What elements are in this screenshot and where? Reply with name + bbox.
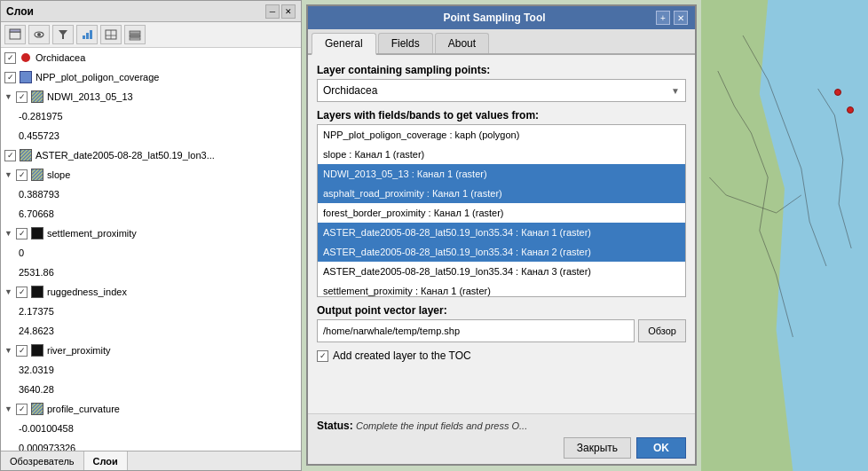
layer-btn[interactable]: [124, 25, 146, 44]
list-item: 6.70668: [1, 204, 301, 224]
list-item: 24.8623: [1, 321, 301, 341]
list-item: 0.388793: [1, 184, 301, 204]
map-btn[interactable]: [100, 25, 122, 44]
layer-checkbox[interactable]: [16, 169, 28, 181]
layer-value: 32.0319: [19, 362, 54, 378]
list-item: 0: [1, 243, 301, 263]
list-item[interactable]: ▼ ruggedness_index: [1, 282, 301, 302]
svg-rect-1: [10, 29, 20, 32]
layer-checkbox[interactable]: [16, 345, 28, 357]
list-item: 2.17375: [1, 302, 301, 321]
fields-layer-section: Layers with fields/bands to get values f…: [317, 109, 686, 297]
svg-rect-5: [83, 35, 85, 39]
output-path-input[interactable]: [317, 319, 635, 342]
browse-button[interactable]: Обзор: [638, 319, 686, 342]
svg-rect-0: [10, 32, 20, 39]
list-item[interactable]: slope : Канал 1 (raster): [318, 145, 685, 164]
list-item[interactable]: NDWI_2013_05_13 : Канал 1 (raster): [318, 164, 685, 184]
list-item[interactable]: ASTER_date2005-08-28_lat50.19_lon35.34 :…: [318, 242, 685, 262]
list-item[interactable]: NPP_plot_poligon_coverage: [1, 67, 301, 87]
map-point-2: [847, 106, 854, 114]
list-item: 32.0319: [1, 360, 301, 380]
panel-title: Слои: [6, 5, 34, 18]
map-point-1: [834, 89, 841, 96]
tab-general[interactable]: General: [312, 33, 376, 55]
circle-icon: [19, 51, 33, 65]
layer-value: 6.70668: [19, 206, 54, 222]
layer-checkbox[interactable]: [16, 91, 28, 103]
list-item[interactable]: ▼ settlement_proximity: [1, 224, 301, 243]
layers-listbox[interactable]: NPP_plot_poligon_coverage : kaph (polygo…: [317, 124, 686, 297]
list-item[interactable]: asphalt_road_proximity : Канал 1 (raster…: [318, 184, 685, 203]
black-icon: [30, 343, 44, 357]
polygon-icon: [19, 70, 33, 84]
list-item[interactable]: Orchidacea: [1, 48, 301, 67]
expand-arrow[interactable]: ▼: [4, 225, 13, 241]
list-item[interactable]: ASTER_date2005-08-28_lat50.19_lon35.34 :…: [318, 223, 685, 242]
titlebar-buttons: + ✕: [656, 11, 688, 25]
list-item[interactable]: ▼ slope: [1, 165, 301, 184]
list-item[interactable]: settlement_proximity : Канал 1 (raster): [318, 281, 685, 297]
layer-value: 2.17375: [19, 303, 54, 319]
add-layer-btn[interactable]: [4, 25, 26, 44]
layer-name: NPP_plot_poligon_coverage: [36, 69, 159, 85]
layer-value: 24.8623: [19, 323, 54, 339]
output-layer-label: Output point vector layer:: [317, 304, 686, 317]
sampling-layer-label: Layer containing sampling points:: [317, 64, 686, 76]
sampling-layer-select[interactable]: Orchidacea ▼: [317, 79, 686, 102]
select-value: Orchidacea: [323, 84, 377, 97]
list-item: 2531.86: [1, 263, 301, 282]
close-panel-icon[interactable]: ✕: [281, 4, 296, 19]
expand-arrow[interactable]: ▼: [4, 342, 13, 358]
layer-checkbox[interactable]: [16, 228, 28, 239]
raster-icon: [30, 402, 44, 416]
svg-rect-7: [90, 30, 92, 39]
svg-rect-13: [130, 38, 140, 40]
tab-fields[interactable]: Fields: [378, 33, 433, 53]
expand-arrow[interactable]: ▼: [4, 401, 13, 417]
list-item: 0.000973326: [1, 438, 301, 451]
add-to-toc-checkbox[interactable]: [317, 350, 328, 362]
panel-header: Слои ─ ✕: [1, 1, 301, 22]
list-item[interactable]: ▼ river_proximity: [1, 341, 301, 360]
ok-button[interactable]: OK: [636, 437, 686, 459]
layer-checkbox[interactable]: [16, 404, 28, 415]
svg-rect-11: [130, 31, 140, 34]
expand-arrow[interactable]: ▼: [4, 284, 13, 300]
list-item[interactable]: ASTER_date2005-08-28_lat50.19_lon3...: [1, 145, 301, 165]
layer-checkbox[interactable]: [4, 52, 16, 64]
layer-checkbox[interactable]: [16, 287, 28, 298]
svg-point-3: [37, 33, 41, 36]
map-overlay: [701, 0, 868, 471]
list-item[interactable]: ▼ NDWI_2013_05_13: [1, 87, 301, 106]
expand-arrow[interactable]: ▼: [4, 89, 13, 105]
dialog-titlebar: Point Sampling Tool + ✕: [308, 6, 695, 29]
list-item[interactable]: ASTER_date2005-08-28_lat50.19_lon35.34 :…: [318, 262, 685, 281]
list-item[interactable]: forest_border_proximity : Канал 1 (raste…: [318, 203, 685, 223]
layer-value: 3640.28: [19, 381, 54, 397]
dialog-buttons: Закрыть OK: [317, 437, 686, 459]
dialog-maximize-btn[interactable]: +: [656, 11, 670, 25]
dialog-close-btn[interactable]: ✕: [674, 11, 688, 25]
minimize-icon[interactable]: ─: [265, 4, 280, 19]
list-item[interactable]: NPP_plot_poligon_coverage : kaph (polygo…: [318, 125, 685, 145]
tab-about[interactable]: About: [435, 33, 489, 53]
layers-panel: Слои ─ ✕ Orchidacea: [0, 0, 302, 471]
list-item[interactable]: ▼ profile_curvature: [1, 399, 301, 419]
tab-layers[interactable]: Слои: [84, 451, 128, 470]
expand-arrow[interactable]: ▼: [4, 167, 13, 183]
raster-icon: [19, 148, 33, 162]
layer-value: 0.388793: [19, 186, 59, 202]
fields-layer-label: Layers with fields/bands to get values f…: [317, 109, 686, 122]
dialog-title: Point Sampling Tool: [333, 12, 656, 24]
point-sampling-dialog: Point Sampling Tool + ✕ General Fields A…: [306, 4, 697, 466]
filter-btn[interactable]: [52, 25, 74, 44]
eye-btn[interactable]: [28, 25, 50, 44]
tab-browser[interactable]: Обозреватель: [1, 451, 84, 470]
close-button[interactable]: Закрыть: [564, 437, 631, 459]
list-item: 3640.28: [1, 380, 301, 399]
layer-checkbox[interactable]: [4, 150, 16, 161]
chart-btn[interactable]: [76, 25, 98, 44]
layer-checkbox[interactable]: [4, 72, 16, 83]
map-area: [701, 0, 868, 471]
